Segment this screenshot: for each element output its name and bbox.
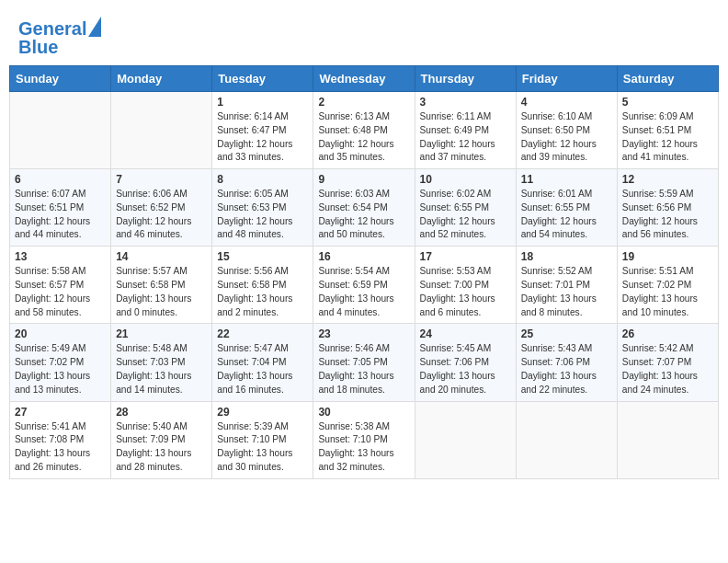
logo-triangle-icon xyxy=(88,17,101,37)
day-number: 28 xyxy=(116,406,207,419)
day-info: Sunrise: 5:56 AMSunset: 6:58 PMDaylight:… xyxy=(217,265,308,319)
day-number: 9 xyxy=(318,173,409,186)
day-info: Sunrise: 6:02 AMSunset: 6:55 PMDaylight:… xyxy=(420,188,511,242)
calendar-cell: 25Sunrise: 5:43 AMSunset: 7:06 PMDayligh… xyxy=(516,324,617,401)
calendar-cell: 16Sunrise: 5:54 AMSunset: 6:59 PMDayligh… xyxy=(313,247,415,324)
day-number: 2 xyxy=(318,96,409,109)
calendar-cell: 12Sunrise: 5:59 AMSunset: 6:56 PMDayligh… xyxy=(617,169,718,247)
day-number: 13 xyxy=(15,250,106,263)
calendar-table: SundayMondayTuesdayWednesdayThursdayFrid… xyxy=(9,65,719,479)
calendar-cell: 3Sunrise: 6:11 AMSunset: 6:49 PMDaylight… xyxy=(415,92,516,169)
day-info: Sunrise: 6:13 AMSunset: 6:48 PMDaylight:… xyxy=(318,110,409,165)
day-number: 17 xyxy=(420,250,511,263)
calendar-cell: 29Sunrise: 5:39 AMSunset: 7:10 PMDayligh… xyxy=(212,401,313,478)
day-number: 11 xyxy=(521,173,612,186)
calendar-cell xyxy=(415,401,516,478)
col-header-thursday: Thursday xyxy=(415,66,516,92)
day-info: Sunrise: 5:41 AMSunset: 7:08 PMDaylight:… xyxy=(15,420,106,475)
calendar-cell: 9Sunrise: 6:03 AMSunset: 6:54 PMDaylight… xyxy=(313,169,415,247)
calendar-cell: 10Sunrise: 6:02 AMSunset: 6:55 PMDayligh… xyxy=(415,169,516,247)
day-number: 22 xyxy=(217,327,308,340)
calendar-cell: 5Sunrise: 6:09 AMSunset: 6:51 PMDaylight… xyxy=(617,92,718,169)
calendar-cell: 4Sunrise: 6:10 AMSunset: 6:50 PMDaylight… xyxy=(516,92,617,169)
day-number: 29 xyxy=(217,406,308,419)
day-info: Sunrise: 5:54 AMSunset: 6:59 PMDaylight:… xyxy=(318,265,409,319)
day-number: 5 xyxy=(622,96,713,109)
logo-text: General xyxy=(18,18,86,39)
day-info: Sunrise: 5:46 AMSunset: 7:05 PMDaylight:… xyxy=(318,342,409,396)
calendar-cell: 11Sunrise: 6:01 AMSunset: 6:55 PMDayligh… xyxy=(516,169,617,247)
calendar-cell: 6Sunrise: 6:07 AMSunset: 6:51 PMDaylight… xyxy=(10,169,111,247)
calendar-cell: 8Sunrise: 6:05 AMSunset: 6:53 PMDaylight… xyxy=(212,169,313,247)
calendar-cell: 18Sunrise: 5:52 AMSunset: 7:01 PMDayligh… xyxy=(516,247,617,324)
calendar-cell xyxy=(516,401,617,478)
calendar-week-row: 27Sunrise: 5:41 AMSunset: 7:08 PMDayligh… xyxy=(10,401,719,478)
day-number: 14 xyxy=(116,250,207,263)
day-number: 30 xyxy=(318,406,409,419)
day-info: Sunrise: 6:11 AMSunset: 6:49 PMDaylight:… xyxy=(420,110,511,165)
col-header-monday: Monday xyxy=(111,66,212,92)
day-number: 12 xyxy=(622,173,713,186)
day-info: Sunrise: 6:07 AMSunset: 6:51 PMDaylight:… xyxy=(15,188,106,242)
col-header-sunday: Sunday xyxy=(10,66,111,92)
day-number: 16 xyxy=(318,250,409,263)
calendar-cell xyxy=(111,92,212,169)
day-info: Sunrise: 5:45 AMSunset: 7:06 PMDaylight:… xyxy=(420,342,511,396)
calendar-week-row: 6Sunrise: 6:07 AMSunset: 6:51 PMDaylight… xyxy=(10,169,719,247)
calendar-cell: 15Sunrise: 5:56 AMSunset: 6:58 PMDayligh… xyxy=(212,247,313,324)
calendar-cell: 14Sunrise: 5:57 AMSunset: 6:58 PMDayligh… xyxy=(111,247,212,324)
day-number: 26 xyxy=(622,327,713,340)
calendar-cell: 13Sunrise: 5:58 AMSunset: 6:57 PMDayligh… xyxy=(10,247,111,324)
day-info: Sunrise: 6:05 AMSunset: 6:53 PMDaylight:… xyxy=(217,188,308,242)
day-number: 7 xyxy=(116,173,207,186)
day-number: 24 xyxy=(420,327,511,340)
day-info: Sunrise: 5:53 AMSunset: 7:00 PMDaylight:… xyxy=(420,265,511,319)
day-number: 1 xyxy=(217,96,308,109)
page-header: General Blue xyxy=(9,9,719,65)
calendar-cell xyxy=(617,401,718,478)
day-info: Sunrise: 6:06 AMSunset: 6:52 PMDaylight:… xyxy=(116,188,207,242)
day-number: 19 xyxy=(622,250,713,263)
calendar-cell: 2Sunrise: 6:13 AMSunset: 6:48 PMDaylight… xyxy=(313,92,415,169)
day-number: 18 xyxy=(521,250,612,263)
logo: General Blue xyxy=(18,18,101,58)
day-info: Sunrise: 6:14 AMSunset: 6:47 PMDaylight:… xyxy=(217,110,308,165)
calendar-week-row: 13Sunrise: 5:58 AMSunset: 6:57 PMDayligh… xyxy=(10,247,719,324)
calendar-cell: 21Sunrise: 5:48 AMSunset: 7:03 PMDayligh… xyxy=(111,324,212,401)
col-header-saturday: Saturday xyxy=(617,66,718,92)
day-number: 23 xyxy=(318,327,409,340)
calendar-cell: 20Sunrise: 5:49 AMSunset: 7:02 PMDayligh… xyxy=(10,324,111,401)
day-number: 10 xyxy=(420,173,511,186)
day-number: 6 xyxy=(15,173,106,186)
calendar-cell: 28Sunrise: 5:40 AMSunset: 7:09 PMDayligh… xyxy=(111,401,212,478)
calendar-cell: 1Sunrise: 6:14 AMSunset: 6:47 PMDaylight… xyxy=(212,92,313,169)
day-info: Sunrise: 5:39 AMSunset: 7:10 PMDaylight:… xyxy=(217,420,308,475)
calendar-week-row: 1Sunrise: 6:14 AMSunset: 6:47 PMDaylight… xyxy=(10,92,719,169)
calendar-cell: 17Sunrise: 5:53 AMSunset: 7:00 PMDayligh… xyxy=(415,247,516,324)
day-number: 4 xyxy=(521,96,612,109)
day-info: Sunrise: 6:10 AMSunset: 6:50 PMDaylight:… xyxy=(521,110,612,165)
calendar-cell: 24Sunrise: 5:45 AMSunset: 7:06 PMDayligh… xyxy=(415,324,516,401)
day-info: Sunrise: 5:58 AMSunset: 6:57 PMDaylight:… xyxy=(15,265,106,319)
calendar-cell: 26Sunrise: 5:42 AMSunset: 7:07 PMDayligh… xyxy=(617,324,718,401)
col-header-friday: Friday xyxy=(516,66,617,92)
day-number: 27 xyxy=(15,406,106,419)
calendar-week-row: 20Sunrise: 5:49 AMSunset: 7:02 PMDayligh… xyxy=(10,324,719,401)
day-info: Sunrise: 5:59 AMSunset: 6:56 PMDaylight:… xyxy=(622,188,713,242)
day-info: Sunrise: 5:48 AMSunset: 7:03 PMDaylight:… xyxy=(116,342,207,396)
day-info: Sunrise: 5:49 AMSunset: 7:02 PMDaylight:… xyxy=(15,342,106,396)
day-info: Sunrise: 5:52 AMSunset: 7:01 PMDaylight:… xyxy=(521,265,612,319)
calendar-cell xyxy=(10,92,111,169)
day-info: Sunrise: 5:51 AMSunset: 7:02 PMDaylight:… xyxy=(622,265,713,319)
day-number: 3 xyxy=(420,96,511,109)
col-header-tuesday: Tuesday xyxy=(212,66,313,92)
day-info: Sunrise: 5:57 AMSunset: 6:58 PMDaylight:… xyxy=(116,265,207,319)
day-number: 21 xyxy=(116,327,207,340)
calendar-header-row: SundayMondayTuesdayWednesdayThursdayFrid… xyxy=(10,66,719,92)
logo-blue: Blue xyxy=(18,37,101,58)
day-info: Sunrise: 5:42 AMSunset: 7:07 PMDaylight:… xyxy=(622,342,713,396)
day-number: 25 xyxy=(521,327,612,340)
calendar-cell: 19Sunrise: 5:51 AMSunset: 7:02 PMDayligh… xyxy=(617,247,718,324)
day-number: 15 xyxy=(217,250,308,263)
day-info: Sunrise: 5:43 AMSunset: 7:06 PMDaylight:… xyxy=(521,342,612,396)
